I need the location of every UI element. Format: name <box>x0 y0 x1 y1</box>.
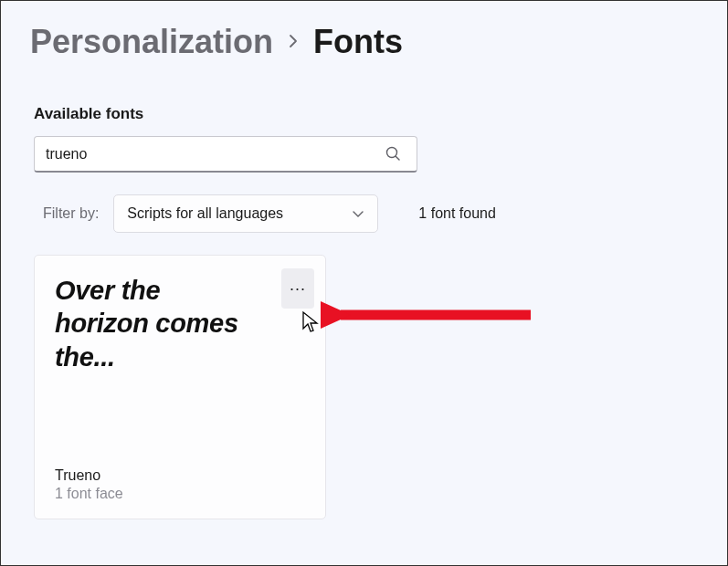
filter-dropdown[interactable]: Scripts for all languages <box>113 194 378 233</box>
fonts-found-count: 1 font found <box>418 205 496 222</box>
search-input[interactable] <box>46 146 380 162</box>
search-icon[interactable] <box>380 146 406 162</box>
breadcrumb-parent[interactable]: Personalization <box>30 23 273 61</box>
available-fonts-label: Available fonts <box>1 68 727 131</box>
search-box[interactable] <box>34 136 417 173</box>
filter-label: Filter by: <box>43 205 99 222</box>
breadcrumb-current: Fonts <box>313 23 403 61</box>
chevron-down-icon <box>352 205 364 222</box>
font-faces-count: 1 font face <box>55 486 305 502</box>
font-preview-text: Over the horizon comes the... <box>55 274 247 373</box>
more-icon: ··· <box>290 279 306 299</box>
cursor-icon <box>301 310 320 334</box>
svg-line-1 <box>396 156 399 160</box>
font-name: Trueno <box>55 467 305 484</box>
filter-row: Filter by: Scripts for all languages 1 f… <box>1 173 727 233</box>
more-options-button[interactable]: ··· <box>281 268 314 309</box>
filter-selected: Scripts for all languages <box>127 205 283 222</box>
chevron-right-icon <box>288 29 299 55</box>
breadcrumb: Personalization Fonts <box>1 1 727 68</box>
font-card[interactable]: Over the horizon comes the... ··· Trueno… <box>34 255 326 519</box>
